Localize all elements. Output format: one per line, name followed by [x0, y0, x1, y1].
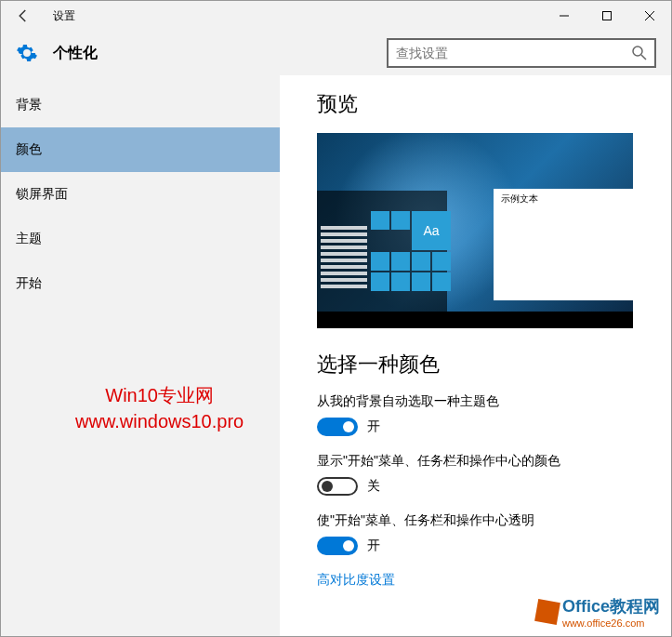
- sidebar-item-lockscreen[interactable]: 锁屏界面: [1, 172, 280, 217]
- sample-text-label: 示例文本: [494, 189, 633, 204]
- office-logo-icon: [534, 599, 560, 625]
- sidebar-item-color[interactable]: 颜色: [1, 127, 280, 172]
- setting-label: 从我的背景自动选取一种主题色: [317, 393, 649, 410]
- setting-label: 使"开始"菜单、任务栏和操作中心透明: [317, 512, 649, 529]
- arrow-left-icon: [15, 7, 32, 24]
- toggle-auto-accent[interactable]: [317, 418, 358, 436]
- titlebar: 设置: [1, 1, 671, 31]
- minimize-button[interactable]: [543, 1, 586, 31]
- watermark-win10pro: Win10专业网 www.windows10.pro: [75, 382, 244, 434]
- window-title: 设置: [46, 8, 75, 24]
- gear-icon: [16, 42, 38, 64]
- toggle-state: 开: [367, 537, 380, 554]
- window-mock: 示例文本: [494, 189, 633, 300]
- maximize-button[interactable]: [586, 1, 628, 31]
- sidebar-item-start[interactable]: 开始: [1, 261, 280, 306]
- preview-image: Aa 示例文本: [317, 133, 633, 328]
- watermark-office26: Office教程网 www.office26.com: [536, 595, 660, 629]
- maximize-icon: [602, 11, 612, 20]
- sample-tile: Aa: [412, 211, 451, 250]
- setting-auto-accent: 从我的背景自动选取一种主题色 开: [317, 393, 649, 436]
- minimize-icon: [560, 11, 569, 20]
- tiles-mock: Aa: [371, 211, 451, 291]
- taskbar-mock: [317, 312, 633, 328]
- window-controls: [543, 1, 671, 31]
- setting-transparency: 使"开始"菜单、任务栏和操作中心透明 开: [317, 512, 649, 555]
- sidebar-item-theme[interactable]: 主题: [1, 217, 280, 261]
- search-box[interactable]: [387, 38, 656, 68]
- main-panel: 预览 Aa 示例文本 选择一种颜色 从我的背景自动选取: [280, 75, 671, 636]
- preview-heading: 预览: [317, 90, 649, 118]
- setting-label: 显示"开始"菜单、任务栏和操作中心的颜色: [317, 453, 649, 470]
- content: 背景 颜色 锁屏界面 主题 开始 预览 Aa 示例文本: [1, 75, 671, 636]
- toggle-show-color[interactable]: [317, 477, 358, 496]
- toggle-state: 关: [367, 478, 380, 495]
- svg-point-1: [633, 46, 642, 56]
- sidebar-item-background[interactable]: 背景: [1, 83, 280, 127]
- close-icon: [645, 11, 654, 20]
- color-heading: 选择一种颜色: [317, 351, 649, 378]
- svg-rect-0: [603, 12, 612, 20]
- back-button[interactable]: [1, 1, 46, 31]
- sidebar: 背景 颜色 锁屏界面 主题 开始: [1, 75, 280, 636]
- header: 个性化: [1, 31, 671, 75]
- setting-show-color: 显示"开始"菜单、任务栏和操作中心的颜色 关: [317, 453, 649, 496]
- jump-list-mock: [321, 226, 367, 291]
- close-button[interactable]: [628, 1, 671, 31]
- start-menu-mock: Aa: [317, 191, 447, 312]
- page-title: 个性化: [53, 44, 98, 63]
- high-contrast-link[interactable]: 高对比度设置: [317, 572, 649, 589]
- search-icon: [632, 46, 647, 60]
- toggle-state: 开: [367, 418, 380, 435]
- search-input[interactable]: [396, 46, 632, 60]
- toggle-transparency[interactable]: [317, 537, 358, 555]
